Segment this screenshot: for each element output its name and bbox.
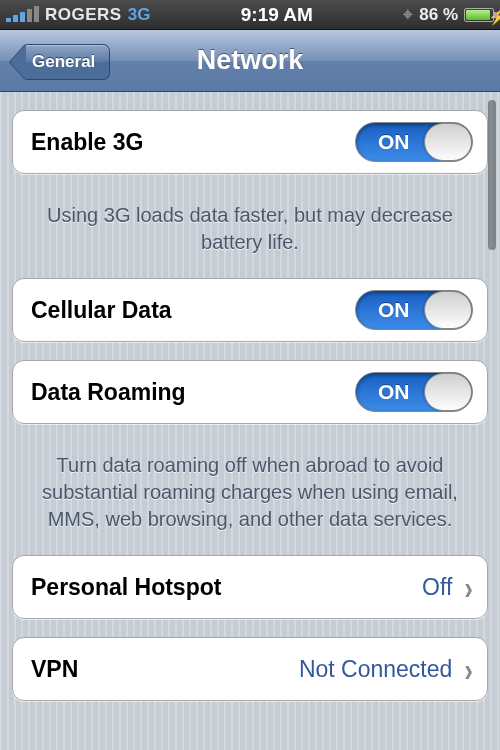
row-enable-3g: Enable 3G ON xyxy=(12,110,488,174)
clock: 9:19 AM xyxy=(241,4,313,26)
row-label: Cellular Data xyxy=(31,297,172,324)
chevron-left-icon xyxy=(10,44,26,80)
toggle-on-text: ON xyxy=(378,130,410,154)
back-button-label: General xyxy=(26,44,110,80)
hint-data-roaming: Turn data roaming off when abroad to avo… xyxy=(12,442,488,537)
row-label: VPN xyxy=(31,656,78,683)
toggle-on-text: ON xyxy=(378,298,410,322)
row-cellular-data: Cellular Data ON xyxy=(12,278,488,342)
toggle-data-roaming[interactable]: ON xyxy=(355,372,473,412)
row-personal-hotspot[interactable]: Personal Hotspot Off › xyxy=(12,555,488,619)
row-label: Data Roaming xyxy=(31,379,186,406)
chevron-right-icon: › xyxy=(464,649,473,689)
battery-icon: ⚡ xyxy=(464,8,494,22)
toggle-knob xyxy=(424,123,472,161)
signal-strength-icon xyxy=(6,7,39,22)
carrier-label: ROGERS xyxy=(45,5,122,25)
back-button[interactable]: General xyxy=(10,42,110,82)
row-value: Not Connected xyxy=(299,656,452,683)
page-title: Network xyxy=(197,45,304,76)
toggle-knob xyxy=(424,373,472,411)
row-vpn[interactable]: VPN Not Connected › xyxy=(12,637,488,701)
toggle-cellular-data[interactable]: ON xyxy=(355,290,473,330)
row-data-roaming: Data Roaming ON xyxy=(12,360,488,424)
battery-fill xyxy=(466,10,490,20)
charging-icon: ⚡ xyxy=(488,8,500,26)
network-type-badge: 3G xyxy=(128,5,151,25)
bluetooth-icon: ⌖ xyxy=(403,5,413,25)
chevron-right-icon: › xyxy=(464,567,473,607)
scrollbar[interactable] xyxy=(488,100,496,250)
toggle-knob xyxy=(424,291,472,329)
toggle-enable-3g[interactable]: ON xyxy=(355,122,473,162)
battery-percent: 86 % xyxy=(419,5,458,25)
toggle-on-text: ON xyxy=(378,380,410,404)
row-label: Enable 3G xyxy=(31,129,143,156)
nav-bar: General Network xyxy=(0,30,500,92)
status-bar: ROGERS 3G 9:19 AM ⌖ 86 % ⚡ xyxy=(0,0,500,30)
settings-list[interactable]: Enable 3G ON Using 3G loads data faster,… xyxy=(0,92,500,750)
hint-enable-3g: Using 3G loads data faster, but may decr… xyxy=(12,192,488,260)
row-value: Off xyxy=(422,574,452,601)
row-label: Personal Hotspot xyxy=(31,574,221,601)
